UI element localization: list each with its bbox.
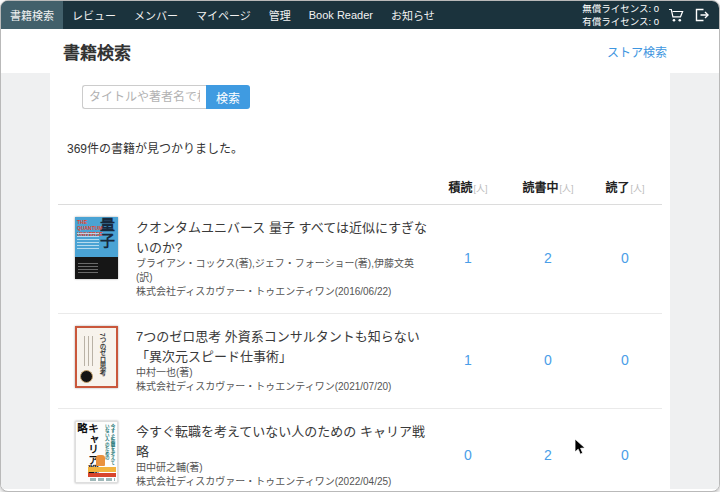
tsundoku-count-link[interactable]: 0 [464,447,472,463]
nav-item-members[interactable]: メンバー [125,1,187,29]
tsundoku-count-link[interactable]: 1 [464,352,472,368]
book-cover-zero-thinking: 7つのゼロ思考 [75,326,118,388]
book-authors: 田中研之輔(著) [136,461,428,475]
book-authors: ブライアン・コックス(著),ジェフ・フォーショー(著),伊藤文英(訳) [136,257,428,285]
logout-icon[interactable] [694,8,709,22]
store-search-link[interactable]: ストア検索 [607,43,667,60]
book-publisher: 株式会社ディスカヴァー・トゥエンティワン(2016/06/22) [136,285,428,299]
book-meta: ブライアン・コックス(著),ジェフ・フォーショー(著),伊藤文英(訳) 株式会社… [136,257,428,299]
column-header-reading: 読書中[人] [508,178,588,195]
book-publisher: 株式会社ディスカヴァー・トゥエンティワン(2021/07/20) [136,380,428,394]
content-area: 検索 369件の書籍が見つかりました。 積読[人] 読書中[人] 読了[人] [1,73,719,489]
page-title: 書籍検索 [63,39,131,64]
nav-item-notices[interactable]: お知らせ [382,1,444,29]
nav-item-book-search[interactable]: 書籍検索 [1,1,63,29]
cart-icon[interactable] [668,8,685,23]
book-row: THE QUANTUM UNIVERSE 量子 クオンタムユニバース 量子 すべ… [58,205,662,314]
reading-count-link[interactable]: 0 [544,352,552,368]
nav-item-admin[interactable]: 管理 [260,1,300,29]
nav-item-book-reader[interactable]: Book Reader [300,1,382,29]
book-publisher: 株式会社ディスカヴァー・トゥエンティワン(2022/04/25) [136,475,428,489]
book-cover-career: キャリア戦略 今すぐ転職を考えていない人のための [75,421,118,483]
reading-count-link[interactable]: 2 [544,250,552,266]
page-header: 書籍検索 ストア検索 [1,29,719,73]
book-title: 7つのゼロ思考 外資系コンサルタントも知らない「異次元スピード仕事術」 [136,327,428,366]
license-free-count: 無償ライセンス: 0 [582,2,659,15]
book-row: 7つのゼロ思考 7つのゼロ思考 外資系コンサルタントも知らない「異次元スピード仕… [58,314,662,409]
table-header: 積読[人] 読書中[人] 読了[人] [58,178,662,205]
book-title: 今すぐ転職を考えていない人のための キャリア戦略 [136,422,428,461]
book-meta: 中村一也(著) 株式会社ディスカヴァー・トゥエンティワン(2021/07/20) [136,366,428,394]
finished-count-link[interactable]: 0 [621,352,629,368]
book-entry: 7つのゼロ思考 7つのゼロ思考 外資系コンサルタントも知らない「異次元スピード仕… [58,326,428,394]
navbar-menu: 書籍検索 レビュー メンバー マイページ 管理 Book Reader お知らせ [1,1,444,29]
column-header-finished: 読了[人] [588,178,662,195]
book-entry: キャリア戦略 今すぐ転職を考えていない人のための 今すぐ転職を考えていない人のた… [58,421,428,489]
nav-item-mypage[interactable]: マイページ [187,1,260,29]
book-cover-quantum: THE QUANTUM UNIVERSE 量子 [75,217,118,279]
search-button[interactable]: 検索 [206,85,250,109]
search-results-card: 検索 369件の書籍が見つかりました。 積読[人] 読書中[人] 読了[人] [50,73,670,489]
navbar-right: 無償ライセンス: 0 有償ライセンス: 0 [582,1,719,29]
results-summary: 369件の書籍が見つかりました。 [67,139,662,156]
search-bar: 検索 [82,85,662,109]
navbar: 書籍検索 レビュー メンバー マイページ 管理 Book Reader お知らせ… [1,1,719,29]
column-header-tsundoku: 積読[人] [428,178,508,195]
license-paid-count: 有償ライセンス: 0 [582,15,659,28]
finished-count-link[interactable]: 0 [621,447,629,463]
book-entry: THE QUANTUM UNIVERSE 量子 クオンタムユニバース 量子 すべ… [58,217,428,299]
reading-count-link[interactable]: 2 [544,447,552,463]
search-input[interactable] [82,85,206,109]
tsundoku-count-link[interactable]: 1 [464,250,472,266]
book-title: クオンタムユニバース 量子 すべては近似にすぎないのか? [136,218,428,257]
license-status: 無償ライセンス: 0 有償ライセンス: 0 [582,2,659,29]
nav-item-review[interactable]: レビュー [63,1,125,29]
book-row: キャリア戦略 今すぐ転職を考えていない人のための 今すぐ転職を考えていない人のた… [58,409,662,492]
book-meta: 田中研之輔(著) 株式会社ディスカヴァー・トゥエンティワン(2022/04/25… [136,461,428,489]
book-authors: 中村一也(著) [136,366,428,380]
app-window: 書籍検索 レビュー メンバー マイページ 管理 Book Reader お知らせ… [0,0,720,492]
finished-count-link[interactable]: 0 [621,250,629,266]
